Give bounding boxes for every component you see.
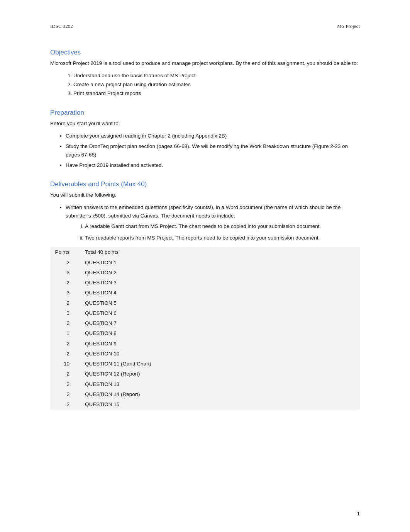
table-cell-points: 3 [50, 308, 81, 318]
page: IDSC 3202 MS Project Objectives Microsof… [0, 0, 410, 532]
table-cell-points: 2 [50, 379, 81, 389]
table-row: 3QUESTION 6 [50, 308, 360, 318]
deliverables-bullet-list: Written answers to the embedded question… [66, 203, 360, 242]
table-cell-points: 1 [50, 328, 81, 338]
deliverables-bullet-item: Written answers to the embedded question… [66, 203, 360, 242]
preparation-title: Preparation [50, 109, 360, 117]
table-cell-question: QUESTION 1 [81, 258, 360, 268]
objectives-intro: Microsoft Project 2019 is a tool used to… [50, 59, 360, 68]
table-cell-points: 2 [50, 278, 81, 288]
table-cell-points: 2 [50, 399, 81, 410]
list-item: Create a new project plan using duration… [73, 80, 360, 89]
table-row: 2QUESTION 9 [50, 339, 360, 349]
objectives-list: Understand and use the basic features of… [73, 71, 360, 98]
table-row: 2QUESTION 12 (Report) [50, 369, 360, 379]
table-header-desc: Total 40 points [81, 247, 360, 257]
table-row: 2QUESTION 14 (Report) [50, 389, 360, 399]
table-cell-question: QUESTION 4 [81, 288, 360, 298]
table-cell-points: 2 [50, 258, 81, 268]
header-left: IDSC 3202 [50, 23, 73, 29]
points-table: Points Total 40 points 2QUESTION 13QUEST… [50, 247, 360, 410]
table-cell-question: QUESTION 5 [81, 298, 360, 308]
deliverables-intro: You will submit the following. [50, 191, 360, 199]
table-row: 2QUESTION 1 [50, 258, 360, 268]
header-right: MS Project [337, 23, 360, 29]
list-item: Complete your assigned reading in Chapte… [66, 132, 360, 140]
table-header-row: Points Total 40 points [50, 247, 360, 257]
table-cell-points: 2 [50, 318, 81, 328]
table-cell-points: 2 [50, 369, 81, 379]
sub-list-item: Two readable reports from MS Project. Th… [85, 234, 360, 242]
table-row: 2QUESTION 5 [50, 298, 360, 308]
preparation-list: Complete your assigned reading in Chapte… [66, 132, 360, 170]
table-cell-question: QUESTION 12 (Report) [81, 369, 360, 379]
preparation-section: Preparation Before you start you'll want… [50, 109, 360, 170]
table-cell-points: 2 [50, 349, 81, 359]
table-cell-question: QUESTION 15 [81, 399, 360, 410]
table-row: 3QUESTION 2 [50, 268, 360, 278]
table-row: 1QUESTION 8 [50, 328, 360, 338]
table-cell-points: 2 [50, 339, 81, 349]
table-cell-points: 2 [50, 389, 81, 399]
table-cell-points: 3 [50, 288, 81, 298]
table-row: 2QUESTION 10 [50, 349, 360, 359]
table-row: 2QUESTION 15 [50, 399, 360, 410]
list-item: Print standard Project reports [73, 89, 360, 98]
table-row: 10QUESTION 11 (Gantt Chart) [50, 359, 360, 369]
footer-page-number: 1 [357, 511, 360, 517]
table-row: 2QUESTION 7 [50, 318, 360, 328]
table-row: 2QUESTION 3 [50, 278, 360, 288]
table-cell-question: QUESTION 10 [81, 349, 360, 359]
table-cell-question: QUESTION 13 [81, 379, 360, 389]
deliverables-sub-list: A readable Gantt chart from MS Project. … [85, 222, 360, 242]
table-header-points: Points [50, 247, 81, 257]
table-cell-question: QUESTION 6 [81, 308, 360, 318]
table-cell-points: 2 [50, 298, 81, 308]
table-cell-points: 3 [50, 268, 81, 278]
deliverables-section: Deliverables and Points (Max 40) You wil… [50, 180, 360, 410]
list-item: Understand and use the basic features of… [73, 71, 360, 80]
table-cell-question: QUESTION 9 [81, 339, 360, 349]
table-cell-question: QUESTION 2 [81, 268, 360, 278]
objectives-title: Objectives [50, 49, 360, 56]
table-cell-question: QUESTION 11 (Gantt Chart) [81, 359, 360, 369]
table-cell-points: 10 [50, 359, 81, 369]
sub-list-item: A readable Gantt chart from MS Project. … [85, 222, 360, 231]
deliverables-title: Deliverables and Points (Max 40) [50, 180, 360, 188]
table-row: 3QUESTION 4 [50, 288, 360, 298]
objectives-section: Objectives Microsoft Project 2019 is a t… [50, 49, 360, 98]
table-cell-question: QUESTION 3 [81, 278, 360, 288]
preparation-intro: Before you start you'll want to: [50, 120, 360, 128]
list-item: Have Project 2019 installed and activate… [66, 161, 360, 170]
table-cell-question: QUESTION 8 [81, 328, 360, 338]
list-item: Study the DronTeq project plan section (… [66, 142, 360, 159]
page-header: IDSC 3202 MS Project [50, 23, 360, 29]
table-row: 2QUESTION 13 [50, 379, 360, 389]
table-cell-question: QUESTION 14 (Report) [81, 389, 360, 399]
table-cell-question: QUESTION 7 [81, 318, 360, 328]
